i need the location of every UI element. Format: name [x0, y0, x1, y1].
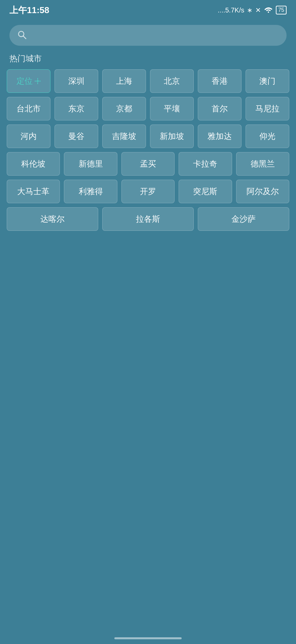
bluetooth-icon: ∗: [247, 6, 253, 14]
city-button-新德里[interactable]: 新德里: [64, 152, 117, 176]
city-row-2: 河内曼谷吉隆坡新加坡雅加达仰光: [7, 124, 289, 148]
city-button-京都[interactable]: 京都: [102, 97, 146, 120]
city-button-东京[interactable]: 东京: [54, 97, 98, 120]
status-time: 上午11:58: [9, 4, 49, 16]
section-title: 热门城市: [0, 50, 296, 69]
city-button-卡拉奇[interactable]: 卡拉奇: [179, 152, 232, 176]
wifi-icon: [264, 6, 273, 14]
search-container: [0, 19, 296, 50]
city-grid: 定位 深圳上海北京香港澳门台北市东京京都平壤首尔马尼拉河内曼谷吉隆坡新加坡雅加达…: [0, 69, 296, 231]
city-button-首尔[interactable]: 首尔: [198, 97, 242, 120]
city-button-开罗[interactable]: 开罗: [121, 180, 175, 203]
status-icons: ....5.7K/s ∗ ✕ 75: [218, 6, 287, 14]
city-button-孟买[interactable]: 孟买: [121, 152, 175, 176]
city-button-科伦坡[interactable]: 科伦坡: [7, 152, 60, 176]
city-button-德黑兰[interactable]: 德黑兰: [236, 152, 289, 176]
city-button-曼谷[interactable]: 曼谷: [54, 124, 98, 148]
city-button-拉各斯[interactable]: 拉各斯: [102, 207, 194, 231]
city-row-4: 大马士革利雅得开罗突尼斯阿尔及尔: [7, 180, 289, 203]
city-button-利雅得[interactable]: 利雅得: [64, 180, 117, 203]
city-row-5: 达喀尔拉各斯金沙萨: [7, 207, 289, 231]
city-button-新加坡[interactable]: 新加坡: [150, 124, 194, 148]
network-speed: ....5.7K/s: [218, 6, 244, 14]
city-button-突尼斯[interactable]: 突尼斯: [179, 180, 232, 203]
city-row-0: 定位 深圳上海北京香港澳门: [7, 69, 289, 93]
svg-point-2: [37, 80, 39, 82]
city-button-河内[interactable]: 河内: [7, 124, 50, 148]
city-button-香港[interactable]: 香港: [198, 69, 242, 93]
city-button-阿尔及尔[interactable]: 阿尔及尔: [236, 180, 289, 203]
city-button-达喀尔[interactable]: 达喀尔: [7, 207, 98, 231]
city-button-定位[interactable]: 定位: [7, 69, 50, 93]
city-button-上海[interactable]: 上海: [102, 69, 146, 93]
city-button-吉隆坡[interactable]: 吉隆坡: [102, 124, 146, 148]
city-row-1: 台北市东京京都平壤首尔马尼拉: [7, 97, 289, 120]
battery-indicator: 75: [276, 6, 287, 14]
sim-icon: ✕: [255, 6, 261, 14]
city-button-澳门[interactable]: 澳门: [246, 69, 289, 93]
search-bar[interactable]: [9, 25, 287, 46]
search-icon: [17, 30, 27, 41]
city-row-3: 科伦坡新德里孟买卡拉奇德黑兰: [7, 152, 289, 176]
city-button-台北市[interactable]: 台北市: [7, 97, 50, 120]
status-bar: 上午11:58 ....5.7K/s ∗ ✕ 75: [0, 0, 296, 19]
home-indicator: [114, 637, 182, 639]
city-button-雅加达[interactable]: 雅加达: [198, 124, 242, 148]
city-button-金沙萨[interactable]: 金沙萨: [198, 207, 289, 231]
city-button-深圳[interactable]: 深圳: [54, 69, 98, 93]
city-button-仰光[interactable]: 仰光: [246, 124, 289, 148]
city-button-平壤[interactable]: 平壤: [150, 97, 194, 120]
svg-line-1: [23, 36, 26, 39]
city-button-北京[interactable]: 北京: [150, 69, 194, 93]
city-button-大马士革[interactable]: 大马士革: [7, 180, 60, 203]
city-button-马尼拉[interactable]: 马尼拉: [246, 97, 289, 120]
